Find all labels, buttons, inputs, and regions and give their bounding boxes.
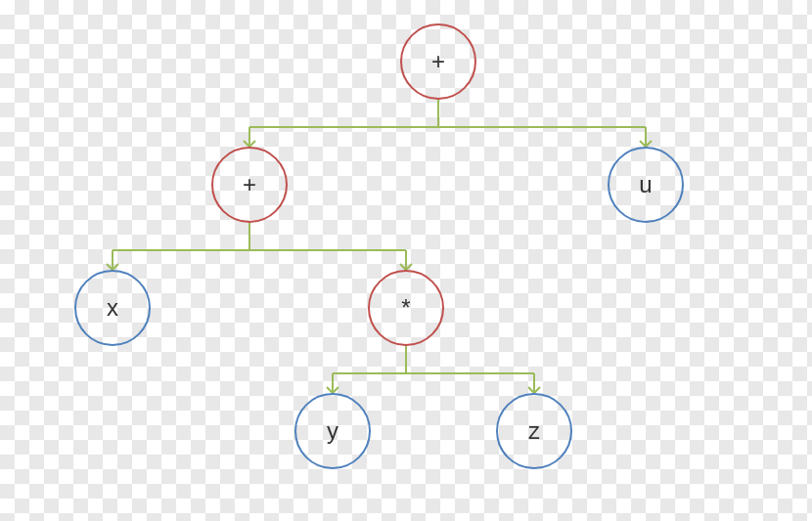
node-root: +: [400, 23, 476, 100]
node-mul: *: [368, 270, 444, 346]
node-y: y: [294, 393, 371, 469]
node-label: u: [639, 171, 652, 198]
node-right: u: [608, 147, 684, 223]
node-x: x: [74, 270, 151, 346]
node-z: z: [496, 393, 572, 469]
node-label: +: [243, 171, 256, 198]
node-label: y: [327, 417, 338, 445]
node-label: x: [107, 294, 118, 322]
node-label: *: [401, 294, 410, 322]
node-left: +: [211, 147, 288, 223]
node-label: +: [431, 48, 445, 75]
node-label: z: [528, 417, 540, 445]
